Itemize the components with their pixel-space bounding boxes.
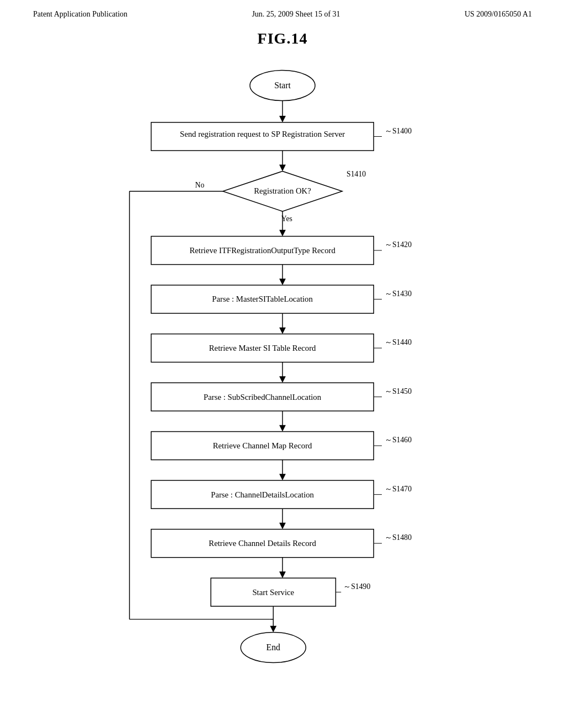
yes-label: Yes [281, 215, 292, 223]
s1450-step: ～S1450 [385, 387, 412, 395]
s1470-step: ～S1470 [385, 485, 412, 493]
arrowhead-4 [279, 279, 286, 285]
arrowhead-11 [270, 626, 276, 633]
figure-title: FIG.14 [0, 30, 565, 47]
arrowhead-10 [279, 571, 286, 578]
s1490-label: Start Service [252, 588, 294, 597]
arrowhead-8 [279, 474, 286, 480]
s1400-step: ～S1400 [385, 127, 412, 135]
arrowhead-1 [279, 116, 286, 122]
page-header: Patent Application Publication Jun. 25, … [0, 0, 565, 19]
s1450-label: Parse : SubScribedChannelLocation [204, 393, 322, 402]
s1420-step: ～S1420 [385, 240, 412, 249]
flowchart-svg: text { font-family: 'Times New Roman', T… [0, 53, 565, 715]
arrowhead-2 [279, 165, 286, 172]
s1440-label: Retrieve Master SI Table Record [209, 344, 316, 352]
arrowhead-6 [279, 376, 286, 383]
end-label: End [266, 643, 280, 652]
flowchart-diagram: text { font-family: 'Times New Roman', T… [0, 53, 565, 715]
s1470-label: Parse : ChannelDetailsLocation [211, 490, 314, 499]
s1410-step: S1410 [347, 170, 366, 178]
s1460-label: Retrieve Channel Map Record [213, 441, 312, 450]
s1460-step: ～S1460 [385, 436, 412, 444]
s1410-label: Registration OK? [254, 186, 311, 195]
header-right: US 2009/0165050 A1 [465, 10, 532, 19]
s1430-step: ～S1430 [385, 290, 412, 298]
s1430-label: Parse : MasterSITableLocation [212, 295, 313, 303]
s1480-step: ～S1480 [385, 533, 412, 542]
arrowhead-5 [279, 328, 286, 334]
s1440-step: ～S1440 [385, 338, 412, 346]
arrowhead-3 [279, 230, 286, 237]
s1400-label-line1: Send registration request to SP Registra… [180, 130, 345, 138]
arrowhead-9 [279, 523, 286, 529]
s1480-label: Retrieve Channel Details Record [209, 539, 316, 548]
no-label: No [195, 181, 205, 189]
arrowhead-7 [279, 425, 286, 432]
s1420-label: Retrieve ITFRegistrationOutputType Recor… [189, 246, 335, 255]
header-left: Patent Application Publication [33, 10, 127, 19]
header-center: Jun. 25, 2009 Sheet 15 of 31 [252, 10, 340, 19]
s1490-step: ～S1490 [343, 582, 370, 591]
start-label: Start [274, 81, 291, 90]
